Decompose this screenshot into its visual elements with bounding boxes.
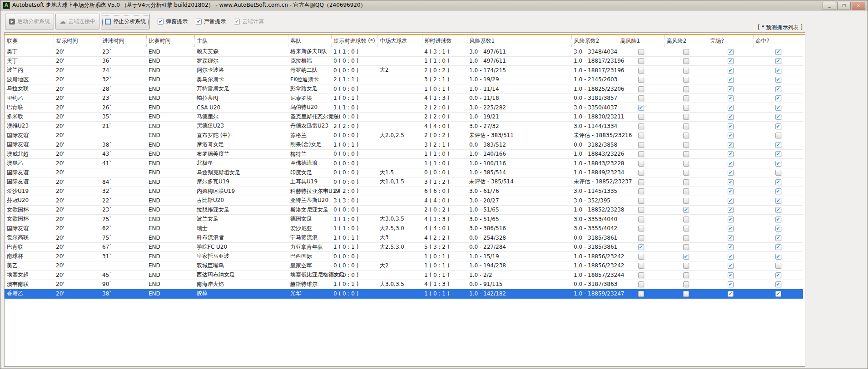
checkbox-high-risk1[interactable] [638, 226, 644, 231]
checkbox-finished[interactable]: ✔ [728, 263, 734, 269]
table-row[interactable]: 美乙20'END双城巨嘴鸟皇家空军0 ( 0 : 0 )大21 ( 0 : 1 … [5, 261, 803, 271]
checkbox-high-risk1[interactable] [638, 170, 644, 176]
table-row[interactable]: 波斯地区20'32`END奥马尔斯卡FK拉迪斯卡2 ( 1 : 1 )3 ( 2… [5, 75, 803, 84]
checkbox-finished[interactable]: ✔ [728, 49, 734, 55]
checkbox-high-risk2[interactable] [683, 142, 689, 148]
checkbox-high-risk2[interactable] [683, 179, 689, 185]
checkbox-high-risk2[interactable]: ✔ [683, 254, 689, 260]
checkbox-finished[interactable]: ✔ [728, 281, 734, 287]
checkbox-high-risk1[interactable] [638, 207, 644, 213]
checkbox-high-risk2[interactable] [683, 226, 689, 231]
checkbox-high-risk1[interactable] [638, 198, 644, 204]
checkbox-high-risk1[interactable] [638, 161, 644, 167]
checkbox-high-risk2[interactable] [683, 133, 689, 138]
table-row[interactable]: 芬冠U2020'22`END古比斯U20亚特兰蒂斯U203 ( 3 : 0 )4… [5, 196, 803, 206]
checkbox-high-risk2[interactable] [683, 58, 689, 64]
stop-analysis-button[interactable]: 停止分析系统 [101, 14, 150, 30]
checkbox-high-risk1[interactable] [638, 123, 644, 129]
checkbox-high-risk1[interactable] [638, 291, 644, 297]
table-row[interactable]: 爱沙U1920'32`END内姆梅区联U19科赫特拉亚尔韦U192 ( 2 : … [5, 187, 803, 196]
checkbox-high-risk1[interactable]: ✔ [638, 244, 644, 250]
column-header-8[interactable]: 中场大球盘 [377, 35, 422, 47]
column-header-15[interactable]: 命中? [753, 35, 803, 47]
table-row[interactable]: 奥丁20'36`END罗森娜尔克拉根福0 ( 0 : 0 )1 ( 1 : 0 … [5, 56, 803, 66]
checkbox-hit[interactable]: ✔ [775, 244, 781, 250]
table-row[interactable]: 国际友谊20'84`END摩尔多瓦U19土耳其U190 ( 0 : 0 )大1.… [5, 177, 803, 187]
checkbox-high-risk2[interactable] [683, 123, 689, 129]
checkbox-high-risk2[interactable] [683, 161, 689, 167]
column-header-7[interactable]: 提示时进球数 (*) [331, 35, 377, 47]
checkbox-finished[interactable]: ✔ [728, 291, 734, 297]
checkbox-high-risk1[interactable] [638, 151, 644, 157]
column-header-14[interactable]: 完场? [708, 35, 753, 47]
checkbox-hit[interactable]: ✔ [775, 123, 781, 129]
table-row[interactable]: 南球杯20'31`END皇家托马亚波巴西国际0 ( 0 : 0 )1 ( 0 :… [5, 252, 803, 261]
checkbox-high-risk2[interactable] [683, 198, 689, 204]
checkbox-finished[interactable]: ✔ [728, 272, 734, 278]
checkbox-finished[interactable]: ✔ [728, 68, 734, 74]
maximize-button[interactable]: □ [837, 2, 851, 10]
checkbox-hit[interactable]: ✔ [775, 254, 781, 260]
checkbox-finished[interactable]: ✔ [728, 235, 734, 241]
checkbox-hit[interactable]: ✔ [775, 151, 781, 157]
checkbox-high-risk1[interactable] [638, 95, 644, 101]
checkbox-high-risk2[interactable] [683, 281, 689, 287]
checkbox-finished[interactable]: ✔ [728, 170, 734, 176]
table-row[interactable]: 埃塞女超20'45`END西达玛布纳女足埃塞俄比亚尼格德女足0 ( 0 : 0 … [5, 271, 803, 280]
checkbox-finished[interactable]: ✔ [728, 244, 734, 250]
checkbox-finished[interactable]: ✔ [728, 58, 734, 64]
checkbox-finished[interactable]: ✔ [728, 188, 734, 194]
table-row[interactable]: 乌拉女联20'28`END万特雷斯女足彭拿路女足0 ( 0 : 0 )1 ( 0… [5, 84, 803, 94]
checkbox-high-risk1[interactable] [638, 254, 644, 260]
checkbox-hit[interactable]: ✔ [775, 188, 781, 194]
checkbox-high-risk1[interactable] [638, 68, 644, 74]
table-row[interactable]: 波兰丙20'74`END阿尔卡波洛哥罗纳二队0 ( 0 : 0 )大22 ( 0… [5, 66, 803, 75]
checkbox-high-risk1[interactable] [638, 49, 644, 55]
checkbox-high-risk2[interactable] [683, 151, 689, 157]
checkbox-finished[interactable]: ✔ [728, 198, 734, 204]
checkbox-high-risk2[interactable] [683, 105, 689, 111]
checkbox-hit[interactable]: ✔ [775, 226, 781, 231]
table-row[interactable]: 澳韦南联20'90`END南海岸火焰赫斯特维尔1 ( 0 : 1 )大3.0,3… [5, 280, 803, 289]
checkbox-finished[interactable]: ✔ [728, 151, 734, 157]
checkbox-high-risk2[interactable] [683, 49, 689, 55]
checkbox-finished[interactable]: ✔ [728, 216, 734, 222]
checkbox-high-risk1[interactable] [638, 58, 644, 64]
checkbox-high-risk1[interactable] [638, 133, 644, 138]
checkbox-hit[interactable]: ✔ [775, 216, 781, 222]
checkbox-hit[interactable] [775, 170, 781, 176]
close-button[interactable]: × [852, 2, 865, 10]
column-header-3[interactable]: 进球时间 [100, 35, 146, 47]
checkbox-hit[interactable]: ✔ [775, 179, 781, 185]
checkbox-high-risk2[interactable] [683, 170, 689, 176]
checkbox-high-risk1[interactable] [638, 272, 644, 278]
column-header-1[interactable]: 联赛 [5, 35, 54, 47]
table-row[interactable]: 国际友谊20'38`END摩洛哥女足刚果(金)女足1 ( 0 : 1 )3 ( … [5, 140, 803, 150]
table-row[interactable]: 澳威北超20'43`END布罗德美度兰梅特兰0 ( 0 : 0 )1 ( 1 :… [5, 149, 803, 159]
checkbox-hit[interactable] [775, 263, 781, 269]
cloud-connect-button[interactable]: ☁ 云端连接中 [55, 14, 99, 30]
checkbox-high-risk2[interactable] [683, 114, 689, 120]
checkbox-hit[interactable]: ✔ [775, 114, 781, 120]
checkbox-high-risk2[interactable] [683, 86, 689, 92]
checkbox-hit[interactable]: ✔ [775, 86, 781, 92]
checkbox-finished[interactable]: ✔ [728, 95, 734, 101]
table-row[interactable]: 巴青联20'67`END学院FC U20力亚拿青年队1 ( 0 : 1 )大2.… [5, 242, 803, 252]
checkbox-high-risk1[interactable] [638, 114, 644, 120]
table-row[interactable]: 国际友谊20'END直布罗陀 (中)苏格兰0 ( 0 : 0 )大2.0,2.5… [5, 131, 803, 140]
checkbox-hit[interactable]: ✔ [775, 68, 781, 74]
checkbox-high-risk2[interactable] [683, 263, 689, 269]
checkbox-hit[interactable]: ✔ [775, 291, 781, 297]
title-bar[interactable]: A Autobetsoft 走地大球上半场分析系统 V5.0 （基于V4云分析引… [0, 0, 868, 10]
column-header-12[interactable]: 高风险1 [618, 35, 664, 47]
checkbox-finished[interactable]: ✔ [728, 226, 734, 231]
checkbox-hit[interactable]: ✔ [775, 272, 781, 278]
table-row[interactable]: 澳维U2320'21`END黑德堡U23丹德农迅雷U232 ( 2 : 0 )4… [5, 122, 803, 131]
checkbox-hit[interactable]: ✔ [775, 207, 781, 213]
checkbox-finished[interactable]: ✔ [728, 161, 734, 167]
checkbox-finished[interactable]: ✔ [728, 179, 734, 185]
table-row[interactable]: 女欧国杯20'23`END拉脱维亚女足斯洛文尼亚女足0 ( 0 : 0 )2 (… [5, 205, 803, 215]
checkbox-hit[interactable]: ✔ [775, 58, 781, 64]
checkbox-high-risk1[interactable] [638, 142, 644, 148]
column-header-6[interactable]: 客队 [288, 35, 331, 47]
